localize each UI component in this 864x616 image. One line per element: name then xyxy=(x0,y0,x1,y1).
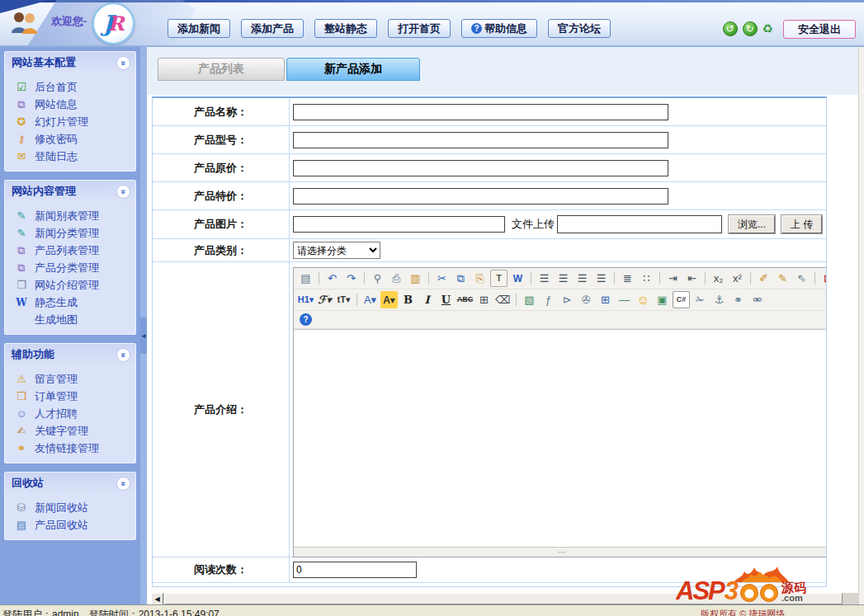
sidebar-item-news-recycle[interactable]: ⛁ 新闻回收站 xyxy=(5,499,135,516)
sidebar-item-news-list[interactable]: ✎ 新闻别表管理 xyxy=(5,207,135,224)
attachment-icon[interactable]: ✇ xyxy=(578,291,595,308)
copy-icon[interactable]: ⧉ xyxy=(452,270,470,287)
upload-button[interactable]: 上 传 xyxy=(781,215,822,233)
sidebar-item-friend-links[interactable]: ⚭ 友情链接管理 xyxy=(5,440,135,457)
page-break-icon[interactable]: ✁ xyxy=(692,291,709,308)
subscript-icon[interactable]: x₂ xyxy=(710,270,727,287)
make-static-button[interactable]: 整站静态 xyxy=(314,19,377,38)
superscript-icon[interactable]: x² xyxy=(729,270,746,287)
print-icon[interactable]: ⎙ xyxy=(388,270,405,287)
sidebar-item-sitemap[interactable]: 生成地图 xyxy=(5,311,135,328)
product-special-price-input[interactable] xyxy=(293,188,668,205)
sidebar-item-static-generate[interactable]: W 静态生成 xyxy=(5,294,135,311)
underline-icon[interactable]: U xyxy=(437,291,455,308)
font-icon[interactable]: ℱ▾ xyxy=(316,291,333,308)
editor-help-icon[interactable]: ? xyxy=(300,313,312,326)
tab-product-list[interactable]: 产品列表 xyxy=(158,58,285,81)
official-forum-button[interactable]: 官方论坛 xyxy=(548,19,611,38)
file-upload-input[interactable] xyxy=(557,215,722,233)
sidebar-item-login-log[interactable]: ✉ 登陆日志 xyxy=(5,148,135,165)
browse-button[interactable]: 浏览... xyxy=(729,215,775,233)
chevron-collapse-button[interactable]: » xyxy=(116,185,130,199)
add-product-button[interactable]: 添加产品 xyxy=(241,19,304,38)
insert-image-icon[interactable]: ▧ xyxy=(521,291,538,308)
product-model-input[interactable] xyxy=(293,132,668,148)
insert-table-icon[interactable]: ⊞ xyxy=(597,291,614,308)
source-icon[interactable]: ▤ xyxy=(297,270,314,287)
back-icon[interactable]: ↺ xyxy=(723,21,738,36)
justify-icon[interactable]: ☰ xyxy=(593,270,610,287)
format-brush-icon[interactable]: ✐ xyxy=(755,270,772,287)
redo-icon[interactable]: ↷ xyxy=(342,270,360,287)
code-icon[interactable]: C# xyxy=(673,291,690,308)
sidebar-item-site-intro[interactable]: ❐ 网站介绍管理 xyxy=(5,276,135,294)
bullet-list-icon[interactable]: ∷ xyxy=(638,270,655,287)
horizontal-rule-icon[interactable]: ― xyxy=(616,291,633,308)
sidebar-item-news-category[interactable]: ✎ 新闻分类管理 xyxy=(5,224,135,242)
sidebar-item-site-info[interactable]: ⧉ 网站信息 xyxy=(5,96,135,113)
paste-word-icon[interactable]: W xyxy=(509,270,526,287)
preview-icon[interactable]: ⚲ xyxy=(369,270,386,287)
outdent-icon[interactable]: ⇤ xyxy=(683,270,701,287)
sidebar-item-product-category[interactable]: ⧉ 产品分类管理 xyxy=(5,259,135,276)
link-icon[interactable]: ⚭ xyxy=(729,291,747,308)
tab-new-product-add[interactable]: 新产品添加 xyxy=(286,58,420,81)
align-right-icon[interactable]: ☰ xyxy=(574,270,591,287)
refresh-icon[interactable]: ↻ xyxy=(743,21,758,36)
paste-text-icon[interactable]: T xyxy=(490,270,508,287)
safe-logout-button[interactable]: 安全退出 xyxy=(783,20,856,39)
sidebar-item-recruitment[interactable]: ☺ 人才招聘 xyxy=(5,405,135,422)
align-left-icon[interactable]: ☰ xyxy=(536,270,553,287)
sidebar-item-change-password[interactable]: ⚷ 修改密码 xyxy=(5,130,135,148)
recycle-icon[interactable]: ♻ xyxy=(762,21,773,36)
indent-icon[interactable]: ⇥ xyxy=(664,270,682,287)
remove-format-icon[interactable]: ⌫ xyxy=(494,291,512,308)
smiley-icon[interactable]: ☺ xyxy=(635,291,652,308)
align-center-icon[interactable]: ☰ xyxy=(555,270,572,287)
chevron-collapse-button[interactable]: » xyxy=(116,56,130,70)
bg-color-icon[interactable]: A▾ xyxy=(380,291,398,308)
editor-resize-handle[interactable]: ⋯ xyxy=(294,547,827,557)
bold-icon[interactable]: B xyxy=(399,291,417,308)
heading-icon[interactable]: H1▾ xyxy=(297,291,314,308)
sidebar-item-product-list[interactable]: ⧉ 产品列表管理 xyxy=(5,242,135,259)
product-name-input[interactable] xyxy=(293,104,668,120)
page-props-icon[interactable]: ▥ xyxy=(407,270,424,287)
sidebar-item-orders[interactable]: ❒ 订单管理 xyxy=(5,388,135,405)
insert-media-icon[interactable]: ▣ xyxy=(654,291,671,308)
sidebar-item-slideshow[interactable]: ✪ 幻灯片管理 xyxy=(5,113,135,130)
select-all-icon[interactable]: ⇖ xyxy=(793,270,810,287)
sidebar-item-guestbook[interactable]: ⚠ 留言管理 xyxy=(5,370,135,388)
scroll-left-arrow[interactable]: ◀ xyxy=(151,593,163,605)
collapse-sidebar-handle[interactable]: ◄ xyxy=(140,317,147,354)
cut-icon[interactable]: ✂ xyxy=(433,270,451,287)
help-info-button[interactable]: ? 帮助信息 xyxy=(461,19,537,38)
ordered-list-icon[interactable]: ≣ xyxy=(619,270,636,287)
open-homepage-button[interactable]: 打开首页 xyxy=(388,19,451,38)
product-image-input[interactable] xyxy=(293,216,505,233)
edit-doc-icon[interactable]: ✎ xyxy=(774,270,791,287)
chevron-collapse-button[interactable]: » xyxy=(116,348,130,362)
paste-icon[interactable]: ⎘ xyxy=(471,270,489,287)
strikethrough-icon[interactable]: ABC xyxy=(456,291,474,308)
category-select[interactable]: 请选择分类 xyxy=(293,242,380,259)
italic-icon[interactable]: I xyxy=(418,291,436,308)
fullscreen-icon[interactable]: ⊠ xyxy=(819,270,827,287)
sidebar-item-product-recycle[interactable]: ▤ 产品回收站 xyxy=(5,516,135,534)
sidebar-item-keywords[interactable]: ✍ 关键字管理 xyxy=(5,422,135,440)
views-count-input[interactable] xyxy=(293,562,417,578)
anchor-icon[interactable]: ⚓ xyxy=(711,291,728,308)
vertical-scrollbar[interactable] xyxy=(858,47,864,604)
undo-icon[interactable]: ↶ xyxy=(323,270,341,287)
rich-text-area[interactable] xyxy=(294,329,827,547)
chevron-collapse-button[interactable]: » xyxy=(116,477,130,491)
insert-video-icon[interactable]: ⊳ xyxy=(559,291,576,308)
text-color-icon[interactable]: A▾ xyxy=(361,291,379,308)
insert-flash-icon[interactable]: ƒ xyxy=(540,291,557,308)
unlink-icon[interactable]: ⚮ xyxy=(748,291,766,308)
borders-icon[interactable]: ⊞ xyxy=(475,291,493,308)
product-orig-price-input[interactable] xyxy=(293,160,668,176)
add-news-button[interactable]: 添加新闻 xyxy=(168,19,230,38)
sidebar-item-dashboard[interactable]: ☑ 后台首页 xyxy=(5,78,135,96)
fontsize-icon[interactable]: tT▾ xyxy=(335,291,352,308)
